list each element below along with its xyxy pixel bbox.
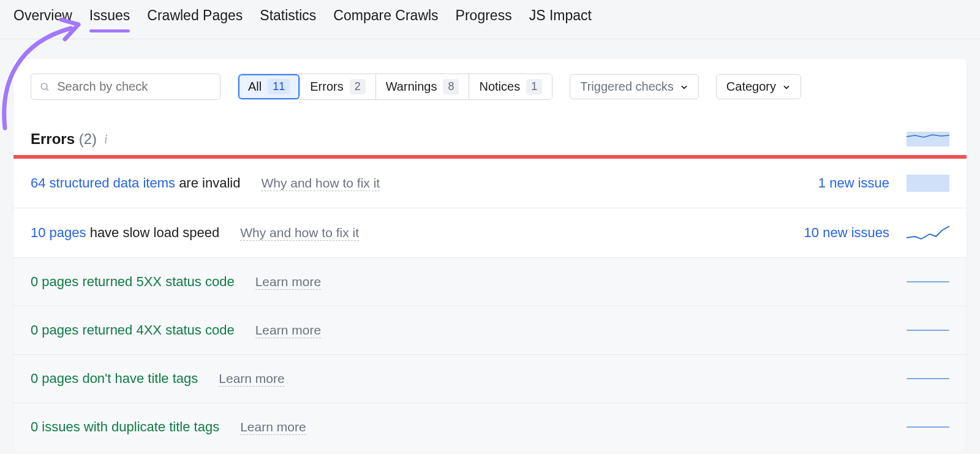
filter-errors-label: Errors <box>310 80 343 94</box>
tab-crawled-pages[interactable]: Crawled Pages <box>147 4 243 30</box>
issue-text-zero: 0 pages returned 4XX status code <box>31 322 235 338</box>
issue-text: 10 pages have slow load speed <box>31 225 219 241</box>
errors-section-header: Errors (2) i <box>13 115 967 155</box>
issue-row: 0 pages returned 4XX status code Learn m… <box>13 306 967 355</box>
svg-point-0 <box>41 83 47 89</box>
triggered-checks-dropdown[interactable]: Triggered checks <box>570 74 699 99</box>
issue-text-zero: 0 issues with duplicate title tags <box>31 419 219 435</box>
learn-more-link[interactable]: Learn more <box>240 420 306 435</box>
svg-rect-3 <box>907 175 949 192</box>
row-sparkline-flat <box>907 281 949 282</box>
row-sparkline <box>907 224 949 241</box>
new-issues-link[interactable]: 1 new issue <box>818 175 889 191</box>
section-sparkline <box>907 132 949 146</box>
tab-progress[interactable]: Progress <box>456 4 512 30</box>
issue-text: 64 structured data items are invalid <box>31 175 240 191</box>
filter-errors-count: 2 <box>350 79 366 94</box>
issues-panel: All 11 Errors 2 Warnings 8 Notices 1 Tri… <box>13 59 967 451</box>
why-fix-link[interactable]: Why and how to fix it <box>261 176 380 191</box>
issue-row: 64 structured data items are invalid Why… <box>13 159 967 208</box>
learn-more-link[interactable]: Learn more <box>219 371 284 387</box>
category-label: Category <box>726 80 776 94</box>
learn-more-link[interactable]: Learn more <box>255 323 321 338</box>
issue-suffix: are invalid <box>175 175 240 191</box>
search-input[interactable] <box>56 79 211 94</box>
learn-more-link[interactable]: Learn more <box>255 274 321 290</box>
new-issues-link[interactable]: 10 new issues <box>804 225 889 241</box>
issue-row: 0 pages returned 5XX status code Learn m… <box>13 258 967 306</box>
tab-statistics[interactable]: Statistics <box>260 4 316 30</box>
svg-rect-2 <box>907 132 949 146</box>
tab-issues[interactable]: Issues <box>89 4 130 30</box>
triggered-checks-label: Triggered checks <box>580 80 674 94</box>
section-title-text: Errors <box>31 131 75 147</box>
issue-text-zero: 0 pages returned 5XX status code <box>31 274 235 290</box>
svg-line-1 <box>47 88 48 90</box>
filter-all-label: All <box>248 80 262 94</box>
search-box[interactable] <box>31 74 221 100</box>
filter-all-count: 11 <box>268 79 290 94</box>
filter-warnings-count: 8 <box>443 79 459 94</box>
row-sparkline-flat <box>907 378 949 379</box>
issue-row: 0 issues with duplicate title tags Learn… <box>13 403 967 451</box>
filter-warnings[interactable]: Warnings 8 <box>376 74 470 99</box>
section-title: Errors (2) <box>31 131 97 148</box>
row-sparkline-flat <box>907 330 949 331</box>
chevron-down-icon <box>782 83 791 91</box>
chevron-down-icon <box>680 83 688 91</box>
row-sparkline-flat <box>907 426 949 428</box>
why-fix-link[interactable]: Why and how to fix it <box>240 225 359 241</box>
issues-toolbar: All 11 Errors 2 Warnings 8 Notices 1 Tri… <box>13 59 967 115</box>
top-tabbar: Overview Issues Crawled Pages Statistics… <box>0 0 980 39</box>
issue-suffix: have slow load speed <box>86 225 220 240</box>
row-sparkline <box>907 175 949 192</box>
filter-warnings-label: Warnings <box>386 80 437 94</box>
filter-notices[interactable]: Notices 1 <box>469 74 552 99</box>
issue-count-link[interactable]: 64 structured data items <box>31 175 175 191</box>
search-icon <box>40 81 50 93</box>
issue-text-zero: 0 pages don't have title tags <box>31 371 198 387</box>
filter-errors[interactable]: Errors 2 <box>300 74 375 99</box>
tab-compare-crawls[interactable]: Compare Crawls <box>333 4 438 30</box>
filter-all[interactable]: All 11 <box>238 74 300 99</box>
issue-row: 0 pages don't have title tags Learn more <box>13 355 967 403</box>
tab-js-impact[interactable]: JS Impact <box>529 4 592 30</box>
info-icon[interactable]: i <box>104 132 108 146</box>
issue-count-link[interactable]: 10 pages <box>31 225 86 240</box>
section-title-count: (2) <box>79 131 97 147</box>
issue-row: 10 pages have slow load speed Why and ho… <box>13 208 967 258</box>
filter-segment: All 11 Errors 2 Warnings 8 Notices 1 <box>238 74 552 100</box>
filter-notices-count: 1 <box>526 79 542 94</box>
tab-overview[interactable]: Overview <box>13 4 72 30</box>
category-dropdown[interactable]: Category <box>716 74 801 99</box>
filter-notices-label: Notices <box>479 80 520 94</box>
